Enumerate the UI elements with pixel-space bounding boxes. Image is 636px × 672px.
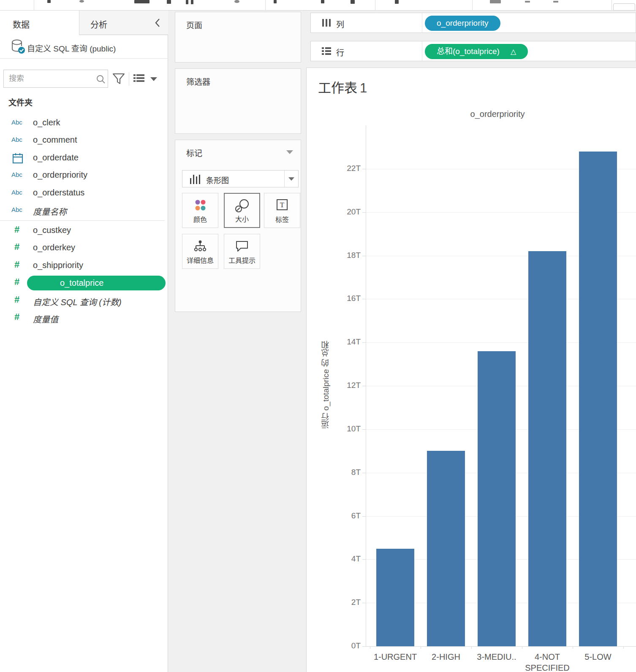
toolbar-icon-fragment[interactable] — [321, 0, 324, 3]
bar-2-HIGH[interactable] — [427, 451, 465, 646]
toolbar-icon-fragment[interactable] — [525, 1, 530, 3]
table-calc-delta-icon: △ — [511, 48, 516, 56]
search-input[interactable] — [4, 70, 108, 87]
field-label: 自定义 SQL 查询 (计数) — [33, 295, 122, 308]
field-o_shippriority[interactable]: #o_shippriority — [0, 257, 167, 274]
columns-shelf[interactable]: 列 o_orderpriority — [310, 13, 636, 33]
toolbar-icon-fragment[interactable] — [553, 1, 558, 3]
selected-field-pill: o_totalprice — [27, 276, 166, 290]
collapse-pane-icon[interactable] — [155, 18, 160, 28]
y-tick-label: 16T — [331, 294, 361, 303]
field-o_orderkey[interactable]: #o_orderkey — [0, 239, 167, 257]
field-o_comment[interactable]: Abco_comment — [0, 132, 167, 149]
toolbar-icon-fragment[interactable] — [79, 0, 84, 3]
detail-button-label: 详细信息 — [182, 255, 218, 265]
rows-pill-label: 总和(o_totalprice) — [437, 47, 500, 56]
bar-1-URGENT[interactable] — [376, 549, 414, 646]
marks-card-caret-icon[interactable] — [286, 150, 293, 154]
tab-analytics-label: 分析 — [90, 18, 107, 30]
x-tick-mark — [623, 646, 624, 649]
chevron-down-icon — [288, 177, 294, 181]
pages-card[interactable]: 页面 — [175, 12, 301, 62]
marks-card-title: 标记 — [186, 147, 202, 158]
size-button[interactable]: 大小 — [224, 193, 260, 228]
bar-5-LOW[interactable] — [579, 152, 617, 646]
detail-button[interactable]: 详细信息 — [182, 234, 218, 269]
field-label: o_custkey — [33, 225, 71, 235]
tooltip-button-label: 工具提示 — [224, 255, 260, 265]
x-category-label: 3-MEDIU.. — [469, 651, 524, 662]
x-axis-line — [366, 646, 636, 647]
tab-analytics[interactable]: 分析 — [79, 11, 168, 35]
tab-data[interactable]: 数据 — [0, 11, 79, 35]
toolbar-icon-fragment[interactable] — [191, 0, 193, 4]
columns-pill-o_orderpriority[interactable]: o_orderpriority — [425, 16, 500, 31]
y-tick-label: 6T — [331, 511, 361, 520]
y-tick-label: 2T — [331, 598, 361, 607]
field-label: o_clerk — [33, 118, 60, 127]
filter-funnel-icon[interactable] — [112, 73, 125, 85]
field-o_orderstatus[interactable]: Abco_orderstatus — [0, 184, 167, 202]
field-o_clerk[interactable]: Abco_clerk — [0, 114, 167, 132]
mark-type-dropdown[interactable]: 条形图 — [182, 170, 299, 187]
number-sign-icon: # — [14, 312, 19, 322]
y-tick-label: 8T — [331, 468, 361, 477]
columns-pill-label: o_orderpriority — [437, 19, 489, 27]
toolbar-separator — [265, 0, 266, 11]
toolbar-icon-fragment[interactable] — [274, 0, 277, 3]
label-button[interactable]: T 标签 — [264, 193, 300, 228]
y-tick-label: 14T — [331, 337, 361, 347]
datasource-row[interactable]: 自定义 SQL 查询 (public) — [0, 35, 168, 59]
marks-card: 标记 条形图 颜色 — [175, 140, 301, 312]
toolbar-icon-fragment[interactable] — [351, 0, 355, 4]
field-o_custkey[interactable]: #o_custkey — [0, 222, 167, 239]
view-options-caret-icon[interactable] — [150, 77, 157, 81]
columns-icon — [322, 18, 331, 27]
x-tick-mark — [370, 646, 370, 649]
toolbar-icon-fragment[interactable] — [490, 0, 501, 3]
x-tick-mark — [573, 646, 573, 649]
toolbar-show-me-button[interactable] — [613, 3, 635, 11]
divider — [422, 41, 422, 61]
rows-pill-sum-o_totalprice[interactable]: 总和(o_totalprice)△ — [425, 44, 528, 59]
mark-type-dropdown-arrow[interactable] — [284, 171, 298, 187]
number-sign-icon: # — [14, 294, 19, 305]
bar-3-MEDIU..[interactable] — [478, 351, 516, 646]
color-button[interactable]: 颜色 — [182, 193, 218, 228]
rows-shelf-label: 行 — [336, 46, 344, 58]
toolbar-icon-fragment[interactable] — [134, 0, 149, 3]
field-o_totalprice[interactable]: #o_totalprice — [0, 274, 167, 292]
rows-shelf[interactable]: 行 总和(o_totalprice)△ — [310, 41, 636, 61]
toolbar-icon-fragment[interactable] — [234, 0, 239, 3]
y-tick-mark — [362, 299, 366, 299]
abc-string-icon: Abc — [11, 119, 22, 126]
field-o_orderpriority[interactable]: Abco_orderpriority — [0, 167, 167, 184]
svg-text:T: T — [280, 201, 285, 209]
tooltip-button[interactable]: 工具提示 — [224, 234, 260, 269]
y-tick-label: 4T — [331, 554, 361, 564]
database-icon — [11, 39, 25, 54]
view-as-list-icon[interactable] — [133, 74, 144, 84]
field-自定义 SQL 查询 (计数)[interactable]: #自定义 SQL 查询 (计数) — [0, 292, 167, 309]
color-button-label: 颜色 — [182, 214, 218, 224]
toolbar-icon-fragment[interactable] — [186, 0, 188, 4]
field-度量值[interactable]: #度量值 — [0, 309, 167, 327]
toolbar-icon-fragment[interactable] — [47, 0, 51, 3]
number-sign-icon: # — [14, 224, 19, 235]
x-category-label: 4-NOT SPECIFIED — [520, 651, 575, 672]
divider — [129, 72, 129, 86]
bar-4-NOT[interactable] — [528, 251, 566, 646]
number-sign-icon: # — [14, 276, 19, 287]
columns-shelf-label: 列 — [336, 18, 344, 30]
toolbar-icon-fragment[interactable] — [167, 0, 171, 4]
abc-string-icon: Abc — [11, 136, 22, 143]
field-label: o_orderdate — [33, 153, 79, 163]
toolbar-separator — [34, 0, 34, 11]
field-o_orderdate[interactable]: o_orderdate — [0, 149, 167, 167]
field-度量名称[interactable]: Abc度量名称 — [0, 202, 167, 219]
field-label: 度量值 — [33, 313, 58, 325]
filters-card-title: 筛选器 — [186, 76, 210, 87]
abc-string-icon: Abc — [11, 189, 22, 196]
filters-card[interactable]: 筛选器 — [175, 68, 301, 134]
toolbar-icon-fragment[interactable] — [395, 0, 399, 4]
